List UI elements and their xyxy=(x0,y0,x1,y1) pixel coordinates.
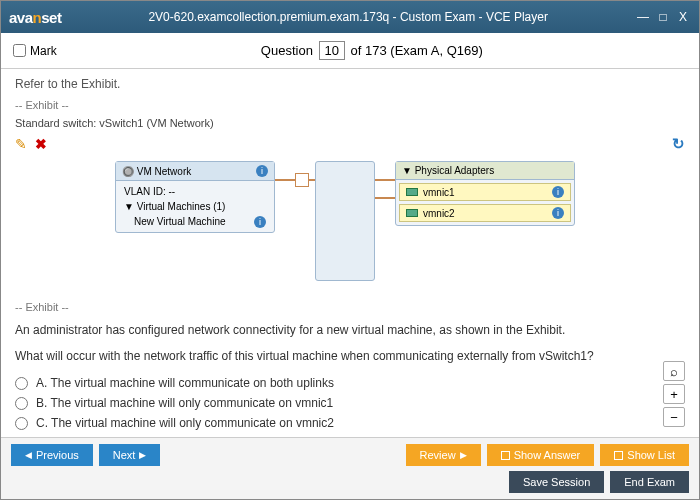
option-a-label: A. The virtual machine will communicate … xyxy=(36,376,334,390)
question-content: Refer to the Exhibit. -- Exhibit -- Stan… xyxy=(1,69,699,437)
exhibit-close-label: -- Exhibit -- xyxy=(15,301,685,313)
nic-icon xyxy=(406,188,418,196)
app-logo: avanset xyxy=(9,9,61,26)
nic-row: vmnic2 i xyxy=(399,204,571,222)
show-list-button[interactable]: Show List xyxy=(600,444,689,466)
checkbox-icon xyxy=(614,451,623,460)
delete-icon[interactable]: ✖ xyxy=(35,136,47,152)
option-b-radio[interactable] xyxy=(15,397,28,410)
info-icon[interactable]: i xyxy=(552,207,564,219)
switch-title: Standard switch: vSwitch1 (VM Network) xyxy=(15,117,685,129)
physical-adapters-header: ▼ Physical Adapters xyxy=(396,162,574,180)
mark-checkbox[interactable] xyxy=(13,44,26,57)
checkbox-icon xyxy=(501,451,510,460)
nic-icon xyxy=(406,209,418,217)
zoom-out-button[interactable]: − xyxy=(663,407,685,427)
vlan-id: VLAN ID: -- xyxy=(124,184,266,199)
next-button[interactable]: Next▶ xyxy=(99,444,161,466)
window-controls: — □ X xyxy=(635,10,691,24)
info-icon[interactable]: i xyxy=(256,165,268,177)
option-c-label: C. The virtual machine will only communi… xyxy=(36,416,334,430)
portgroup-icon: 🔘 xyxy=(122,166,134,177)
question-text-2: What will occur with the network traffic… xyxy=(15,347,685,365)
option-d[interactable]: D. The virtual machine will fail to comm… xyxy=(15,433,685,437)
save-session-button[interactable]: Save Session xyxy=(509,471,604,493)
end-exam-button[interactable]: End Exam xyxy=(610,471,689,493)
show-answer-button[interactable]: Show Answer xyxy=(487,444,595,466)
option-a[interactable]: A. The virtual machine will communicate … xyxy=(15,373,685,393)
option-a-radio[interactable] xyxy=(15,377,28,390)
nic-label: vmnic1 xyxy=(423,187,455,198)
question-header: Mark Question 10 of 173 (Exam A, Q169) xyxy=(1,33,699,69)
footer: ◀Previous Next▶ Review▶ Show Answer Show… xyxy=(1,437,699,499)
zoom-in-button[interactable]: + xyxy=(663,384,685,404)
option-d-label: D. The virtual machine will fail to comm… xyxy=(36,436,337,437)
zoom-reset-button[interactable]: ⌕ xyxy=(663,361,685,381)
question-text-1: An administrator has configured network … xyxy=(15,321,685,339)
vm-count[interactable]: ▼ Virtual Machines (1) xyxy=(124,199,266,214)
vm-item-row: New Virtual Machine i xyxy=(124,214,266,229)
minimize-button[interactable]: — xyxy=(635,10,651,24)
connector-node xyxy=(295,173,309,187)
physical-adapters-title[interactable]: ▼ Physical Adapters xyxy=(402,165,494,176)
question-number-box: 10 xyxy=(319,41,345,60)
network-diagram: 🔘 VM Network i VLAN ID: -- ▼ Virtual Mac… xyxy=(115,161,685,291)
vm-network-body: VLAN ID: -- ▼ Virtual Machines (1) New V… xyxy=(116,181,274,232)
close-button[interactable]: X xyxy=(675,10,691,24)
vm-network-box: 🔘 VM Network i VLAN ID: -- ▼ Virtual Mac… xyxy=(115,161,275,233)
refer-text: Refer to the Exhibit. xyxy=(15,77,685,91)
vswitch-box xyxy=(315,161,375,281)
previous-button[interactable]: ◀Previous xyxy=(11,444,93,466)
vm-item-label: New Virtual Machine xyxy=(134,214,226,229)
connector-line xyxy=(375,197,395,199)
nic-label: vmnic2 xyxy=(423,208,455,219)
vm-network-title: VM Network xyxy=(137,166,191,177)
option-c[interactable]: C. The virtual machine will only communi… xyxy=(15,413,685,433)
refresh-icon[interactable]: ↻ xyxy=(672,135,685,153)
nic-row: vmnic1 i xyxy=(399,183,571,201)
connector-line xyxy=(375,179,395,181)
exhibit-toolbar: ✎ ✖ ↻ xyxy=(15,135,685,153)
info-icon[interactable]: i xyxy=(254,216,266,228)
option-b-label: B. The virtual machine will only communi… xyxy=(36,396,333,410)
review-button[interactable]: Review▶ xyxy=(406,444,481,466)
vm-network-header: 🔘 VM Network i xyxy=(116,162,274,181)
option-d-radio[interactable] xyxy=(15,437,28,438)
option-c-radio[interactable] xyxy=(15,417,28,430)
window-title: 2V0-620.examcollection.premium.exam.173q… xyxy=(61,10,635,24)
zoom-controls: ⌕ + − xyxy=(663,361,685,427)
info-icon[interactable]: i xyxy=(552,186,564,198)
edit-icon[interactable]: ✎ xyxy=(15,136,27,152)
title-bar: avanset 2V0-620.examcollection.premium.e… xyxy=(1,1,699,33)
mark-label: Mark xyxy=(30,44,57,58)
question-number: Question 10 of 173 (Exam A, Q169) xyxy=(57,41,687,60)
exhibit-open-label: -- Exhibit -- xyxy=(15,99,685,111)
option-b[interactable]: B. The virtual machine will only communi… xyxy=(15,393,685,413)
physical-adapters-box: ▼ Physical Adapters vmnic1 i vmnic2 i xyxy=(395,161,575,226)
maximize-button[interactable]: □ xyxy=(655,10,671,24)
